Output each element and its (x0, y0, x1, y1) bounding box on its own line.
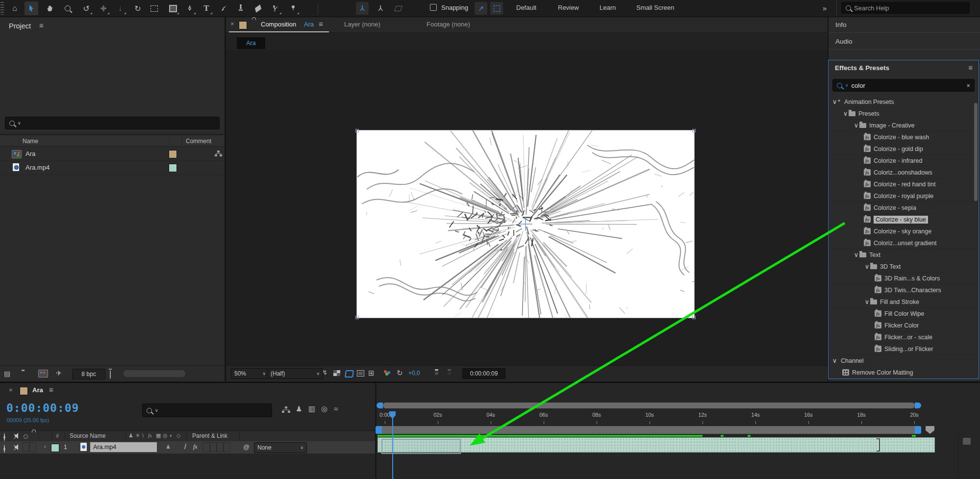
workspace-tab-learn[interactable]: Learn (600, 4, 616, 11)
effects-tree-item[interactable]: fxColorize - infrared (829, 155, 979, 167)
clear-search-icon[interactable]: × (966, 82, 970, 89)
layer-tab[interactable]: Layer (none) (344, 21, 380, 28)
chevron-down-icon[interactable]: ∨ (831, 357, 838, 364)
composition-tab-comp-name[interactable]: Ara (304, 21, 314, 28)
effects-tree-item[interactable]: ∨Channel (829, 355, 979, 367)
eraser-tool-icon[interactable] (251, 1, 265, 15)
effects-tree-item[interactable]: Remove Color Matting (829, 367, 979, 378)
snapping-checkbox[interactable] (430, 4, 437, 11)
shy-toggle-icon[interactable]: ♟ (296, 404, 302, 413)
effects-tree-item[interactable]: fxFill Color Wipe (829, 308, 979, 320)
home-icon[interactable]: ⌂ (8, 1, 22, 15)
layer-source-name[interactable]: Ara.mp4 (90, 442, 157, 452)
collapse-switch-icon[interactable]: ✳ (135, 432, 140, 439)
effects-search-box[interactable]: ∨ color × (832, 79, 975, 92)
chevron-down-icon[interactable]: ∨ (864, 298, 870, 305)
zoom-tool-icon[interactable] (61, 1, 75, 15)
track-options-icon[interactable] (963, 438, 971, 445)
effects-tree-item[interactable]: fxColorize - sky blue (829, 214, 979, 226)
navigator-left-handle[interactable] (377, 403, 383, 408)
fast-previews-icon[interactable]: ↯ (322, 369, 327, 376)
effects-tree-item[interactable]: ∨*Animation Presets (829, 96, 979, 108)
snap-range-icon[interactable] (490, 2, 503, 15)
audio-panel-tab[interactable]: Audio (835, 38, 853, 45)
effects-tree-item[interactable]: ∨Fill and Stroke (829, 296, 979, 308)
chevron-down-icon[interactable]: ∨ (864, 263, 870, 270)
comp-mini-flowchart-icon[interactable] (282, 406, 290, 414)
composition-tab-title[interactable]: Composition (261, 21, 296, 28)
layer-fx-badge[interactable]: fx (193, 443, 198, 451)
project-search-box[interactable]: ∨ (5, 117, 220, 129)
current-timecode[interactable]: 0:00:00:09 (6, 402, 79, 414)
work-area-bar[interactable] (377, 426, 915, 434)
workspace-overflow-button[interactable]: » (823, 4, 827, 12)
workspace-tab-default[interactable]: Default (516, 4, 536, 11)
selection-tool-icon[interactable] (25, 1, 38, 15)
search-help-box[interactable]: Search Help (841, 2, 970, 14)
layer-out-point-bracket[interactable] (877, 438, 880, 452)
horizontal-scrollbar[interactable] (124, 370, 185, 377)
timeline-search-box[interactable]: ∨ (142, 403, 272, 417)
timeline-navigator-bar[interactable] (383, 403, 915, 408)
column-header-parent[interactable]: Parent & Link (192, 432, 227, 439)
interpret-footage-icon[interactable]: ▤ (4, 370, 10, 378)
mask-visibility-icon[interactable] (345, 370, 354, 378)
layer-video-toggle[interactable] (4, 445, 5, 453)
frame-blend-icon[interactable]: ▥ (308, 404, 315, 413)
panel-menu-icon[interactable]: ≡ (39, 21, 44, 29)
pan-camera-tool-icon[interactable]: ✚ (97, 1, 110, 15)
layer-switch-cell[interactable] (203, 442, 210, 452)
comp-timecode[interactable]: 0:00:00:09 (462, 368, 505, 379)
label-color-swatch[interactable] (169, 164, 177, 172)
panel-menu-icon[interactable]: ≡ (49, 385, 53, 394)
pen-tool-icon[interactable] (183, 1, 197, 15)
effects-tree-item[interactable]: fx3D Rain...s & Colors (829, 273, 979, 284)
brush-tool-icon[interactable] (217, 1, 231, 15)
puppet-pin-tool-icon[interactable] (286, 1, 300, 15)
threed-switch-icon[interactable]: ◇ (176, 432, 180, 439)
layer-switch-cell[interactable] (217, 442, 224, 452)
roto-brush-tool-icon[interactable] (269, 1, 282, 15)
effects-tree-item[interactable]: fxColoriz...unset gradient (829, 237, 979, 249)
close-icon[interactable]: × (9, 386, 13, 394)
parent-link-dropdown[interactable]: None∨ (254, 442, 307, 453)
layer-duration-bar[interactable] (377, 437, 935, 453)
timeline-tab-name[interactable]: Ara (32, 386, 43, 394)
shy-switch-icon[interactable]: ♟ (128, 432, 133, 439)
dolly-camera-tool-icon[interactable]: ↓ (113, 1, 127, 15)
region-of-interest-icon[interactable] (357, 370, 364, 377)
column-header-comment[interactable]: Comment (186, 138, 211, 145)
project-item-ara[interactable]: Ara (0, 147, 225, 161)
camera-tool-icon[interactable] (147, 1, 161, 15)
effects-tree-item[interactable]: fxColoriz...oonshadows (829, 167, 979, 178)
work-area-start-handle[interactable] (376, 426, 382, 434)
parent-pickwhip-icon[interactable]: @ (243, 443, 250, 451)
quality-switch-icon[interactable]: \ (142, 432, 144, 438)
close-icon[interactable]: × (230, 20, 234, 27)
type-tool-icon[interactable]: T (200, 1, 213, 15)
chevron-down-icon[interactable]: ∨ (853, 251, 859, 258)
world-axis-mode-icon[interactable]: ⅄ (374, 1, 387, 15)
panel-menu-icon[interactable]: ≡ (968, 63, 973, 72)
effects-switch-icon[interactable]: fx (148, 432, 152, 438)
effects-tree-item[interactable]: fxColorize - blue wash (829, 131, 979, 143)
hand-tool-icon[interactable] (43, 1, 57, 15)
transparency-grid-icon[interactable] (333, 370, 340, 376)
new-composition-icon[interactable] (38, 370, 48, 378)
video-column-icon[interactable] (4, 433, 5, 441)
label-color-swatch[interactable] (169, 150, 177, 158)
chevron-down-icon[interactable]: ∨ (831, 98, 838, 105)
effects-tree-item[interactable]: fxColorize - royal purple (829, 190, 979, 202)
playhead-line[interactable] (392, 411, 393, 479)
layer-row[interactable]: › 1 Ara.mp4 ♟ / fx @ None∨ (0, 441, 375, 454)
panel-menu-icon[interactable]: ≡ (319, 20, 323, 28)
chevron-down-icon[interactable]: ∨ (842, 110, 849, 117)
layer-lock-cell[interactable] (29, 442, 36, 452)
orbit-camera-tool-icon[interactable]: ↺ (79, 1, 93, 15)
exposure-value[interactable]: +0,0 (408, 370, 420, 377)
footage-tab[interactable]: Footage (none) (427, 21, 470, 28)
snap-to-point-icon[interactable]: ↗ (475, 2, 487, 15)
effects-tree-item[interactable]: fxSliding...or Flicker (829, 343, 979, 355)
layer-switch-cell[interactable] (210, 442, 217, 452)
column-header-number[interactable]: # (56, 433, 59, 439)
